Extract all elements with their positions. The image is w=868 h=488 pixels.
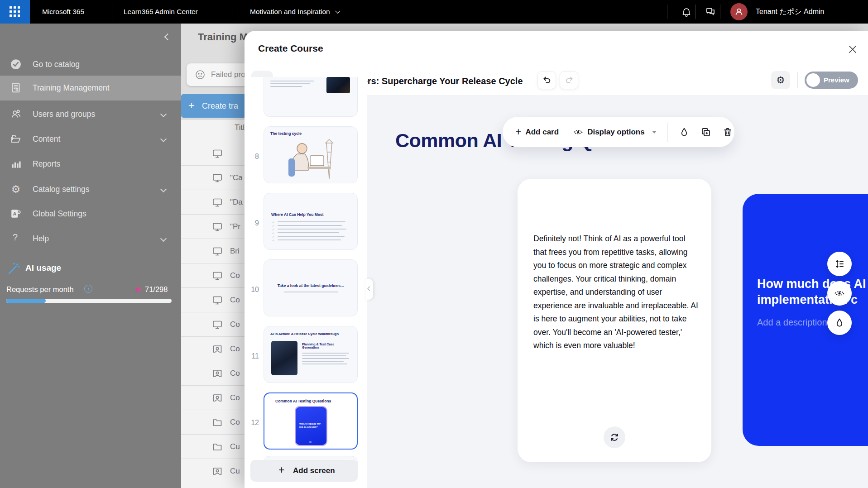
sidebar-item-ai-usage[interactable]: AI usage <box>0 258 181 278</box>
monitor-icon <box>212 172 223 183</box>
avatar[interactable] <box>730 3 748 20</box>
sidebar-item-training-management[interactable]: Training Management <box>0 78 181 98</box>
notifications-button[interactable] <box>681 6 692 17</box>
eye-icon <box>573 127 583 137</box>
redo-icon <box>565 76 574 85</box>
screen: Microsoft 365 Learn365 Admin Center Moti… <box>0 0 868 488</box>
drop-icon <box>679 127 690 138</box>
table-row[interactable]: Co <box>181 410 245 434</box>
sidebar-item-users-and-groups[interactable]: Users and groups <box>0 104 181 124</box>
topbar-brand[interactable]: Microsoft 365 <box>42 0 84 24</box>
requests-label: Requests per month <box>6 282 74 296</box>
sidebar-item-go-to-catalog[interactable]: Go to catalog <box>0 54 181 74</box>
visibility-button[interactable] <box>827 281 852 306</box>
eye-icon <box>834 288 845 299</box>
redo-button[interactable] <box>560 71 578 89</box>
row-title: Co <box>230 410 240 435</box>
content-card[interactable]: Definitely not! Think of AI as a powerfu… <box>518 179 711 462</box>
slide-rail: 8 The testing cycle 9 Where AI Can Help … <box>245 77 367 488</box>
table-row[interactable]: "Pr <box>181 214 245 239</box>
sidebar-item-global-settings[interactable]: A⚙ Global Settings <box>0 204 181 224</box>
toggle-knob <box>806 73 820 87</box>
chevron-left-icon <box>368 287 372 291</box>
table-row[interactable]: Co <box>181 336 245 361</box>
table-row[interactable]: Co <box>181 312 245 336</box>
theme-style-button[interactable] <box>679 127 690 138</box>
undo-button[interactable] <box>537 71 556 89</box>
topbar-app-title[interactable]: Learn365 Admin Center <box>124 0 198 24</box>
training-icon <box>10 82 22 94</box>
sidebar-item-content[interactable]: Content <box>0 129 181 149</box>
chat-icon <box>705 6 716 17</box>
toolbar-divider <box>667 123 668 142</box>
slide-thumbnail-10[interactable]: Take a look at the latest guidelines... <box>264 259 358 316</box>
reorder-icon <box>834 258 845 269</box>
close-icon <box>847 43 858 55</box>
topbar-separator <box>667 5 667 19</box>
table-row[interactable]: "Da <box>181 190 245 214</box>
chevron-down-icon <box>160 235 167 242</box>
gear-icon: ⚙ <box>777 75 785 85</box>
add-card-button[interactable]: + Add card <box>515 126 559 138</box>
slide-thumbnail-7-partial[interactable] <box>264 77 358 117</box>
slide-thumbnail-11[interactable]: AI in Action: A Release Cycle Walkthroug… <box>264 326 358 383</box>
table-row[interactable]: Co <box>181 263 245 287</box>
delete-button[interactable] <box>722 127 733 138</box>
table-row[interactable]: Bri <box>181 239 245 263</box>
sidebar-item-help[interactable]: ? Help <box>0 229 181 249</box>
bar-chart-icon <box>10 158 22 170</box>
slide-thumbnail-9[interactable]: Where AI Can Help You Most ✓ ✓ ✓ ✓ ✓ ✓ <box>264 193 358 250</box>
table-row[interactable]: "Ca <box>181 165 245 190</box>
row-title: Co <box>230 263 240 288</box>
undo-icon <box>542 76 551 85</box>
monitor-icon <box>212 221 223 232</box>
reorder-button[interactable] <box>827 252 852 276</box>
style-button[interactable] <box>827 311 852 335</box>
drop-icon <box>834 317 845 328</box>
person-icon <box>734 6 744 17</box>
row-title: "Ca <box>230 166 243 190</box>
slide-number: 12 <box>245 419 259 427</box>
slide-number: 9 <box>245 219 259 227</box>
folder-icon <box>212 441 223 452</box>
course-settings-button[interactable]: ⚙ <box>771 71 790 89</box>
blue-card-description-placeholder[interactable]: Add a description <box>757 317 827 328</box>
add-screen-button[interactable]: + Add screen <box>250 460 358 482</box>
slide-thumbnail-8[interactable]: The testing cycle <box>264 126 358 183</box>
slide-photo <box>326 77 350 93</box>
table-row[interactable] <box>181 141 245 165</box>
sidebar-collapse-button[interactable] <box>162 32 173 43</box>
regenerate-button[interactable] <box>604 426 625 448</box>
sidebar-item-catalog-settings[interactable]: ⚙ Catalog settings <box>0 179 181 199</box>
plus-icon: + <box>188 99 195 112</box>
slide-thumbnail-12-selected[interactable]: Common AI Testing Questions Will AI repl… <box>264 392 358 450</box>
table-row[interactable]: Co <box>181 287 245 312</box>
card-paragraph[interactable]: Definitely not! Think of AI as a powerfu… <box>533 232 699 353</box>
table-row[interactable]: Cu <box>181 459 245 483</box>
row-title: Co <box>230 386 240 410</box>
app-launcher-button[interactable] <box>0 0 30 24</box>
user-name[interactable]: Tenant たポシ Admin <box>756 0 824 24</box>
info-icon[interactable]: i <box>84 285 92 293</box>
display-options-button[interactable]: Display options <box>573 127 657 137</box>
close-button[interactable] <box>847 43 858 55</box>
sidebar-item-reports[interactable]: Reports <box>0 154 181 174</box>
row-title: Cu <box>230 459 240 483</box>
preview-toggle[interactable]: Preview <box>805 72 858 89</box>
monitor-icon <box>212 295 223 306</box>
rail-collapse-button[interactable] <box>366 279 373 300</box>
table-row[interactable]: Co <box>181 385 245 410</box>
table-row[interactable]: Cu <box>181 434 245 459</box>
table-row[interactable]: Co <box>181 361 245 385</box>
requests-row: Requests per month i ◆ 71/298 <box>0 282 181 296</box>
duplicate-button[interactable] <box>700 127 711 138</box>
row-title: Cu <box>230 435 240 459</box>
slide-canvas: Common AI Testing Questions + Add card D… <box>367 95 868 488</box>
gear-icon: ⚙ <box>10 183 22 195</box>
folder-icon <box>10 133 22 145</box>
topbar-separator <box>720 5 720 19</box>
feedback-button[interactable] <box>705 6 716 17</box>
topbar-context-menu[interactable]: Motivation and Inspiration <box>250 0 338 24</box>
chevron-left-icon <box>164 33 171 41</box>
requests-progress-bar <box>6 299 172 303</box>
